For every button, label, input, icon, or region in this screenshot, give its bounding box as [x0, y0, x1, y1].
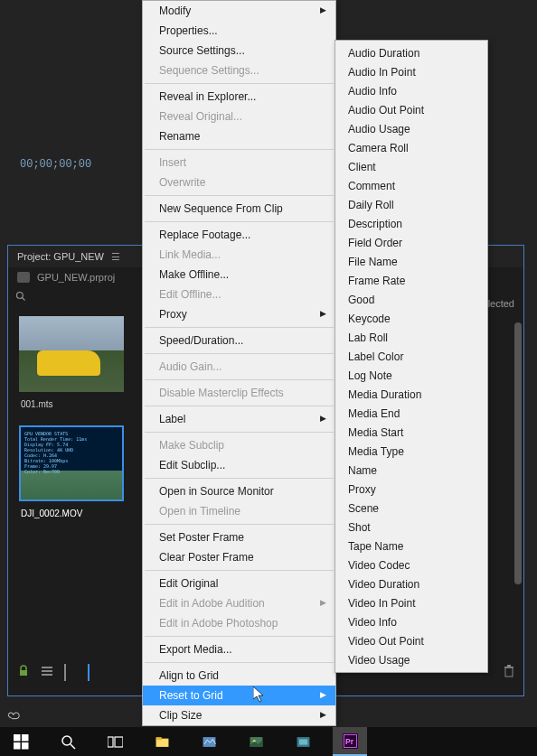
menu-item[interactable]: Speed/Duration... [143, 331, 335, 350]
menu-item[interactable]: Properties... [143, 21, 335, 41]
app-icon[interactable] [239, 727, 273, 756]
submenu-item[interactable]: Camera Roll [335, 138, 487, 157]
submenu-arrow-icon: ▶ [320, 710, 326, 719]
submenu-item[interactable]: Frame Rate [335, 271, 487, 290]
clip-thumbnail-image: GPU VENDOR STATSTotal Render Time: 11msD… [19, 425, 124, 501]
menu-item[interactable]: Edit Original [143, 574, 335, 593]
submenu-item[interactable]: Audio Out Point [335, 100, 487, 119]
submenu-item[interactable]: Comment [335, 176, 487, 195]
submenu-item[interactable]: Audio In Point [335, 62, 487, 81]
submenu-item[interactable]: Media Type [335, 442, 487, 461]
menu-item[interactable]: Proxy▶ [143, 304, 335, 324]
submenu-arrow-icon: ▶ [320, 690, 326, 699]
creative-cloud-icon[interactable] [7, 709, 22, 723]
icon-view-icon[interactable] [64, 665, 77, 677]
menu-item[interactable]: Rename [143, 126, 335, 146]
svg-rect-3 [42, 667, 52, 668]
submenu-item[interactable]: Client [335, 157, 487, 176]
menu-item: Sequence Settings... [143, 61, 335, 80]
menu-item: Audio Gain... [143, 357, 335, 377]
app-icon[interactable] [286, 727, 320, 756]
submenu-item[interactable]: Description [335, 214, 487, 233]
menu-item[interactable]: Reset to Grid▶ [143, 686, 335, 705]
svg-text:Pr: Pr [345, 737, 354, 746]
submenu-item[interactable]: Video Usage [335, 650, 487, 669]
menu-item[interactable]: Modify▶ [143, 1, 335, 21]
submenu-item[interactable]: Name [335, 461, 487, 480]
panel-menu-icon[interactable]: ☰ [111, 251, 120, 263]
submenu-item[interactable]: Audio Duration [335, 43, 487, 62]
submenu-item[interactable]: Tape Name [335, 537, 487, 555]
task-view-button[interactable] [98, 727, 132, 756]
menu-separator [145, 478, 334, 479]
submenu-item[interactable]: Proxy [335, 480, 487, 499]
submenu-item[interactable]: Label Color [335, 347, 487, 366]
submenu-item[interactable]: Keycode [335, 309, 487, 328]
svg-rect-12 [22, 742, 29, 750]
menu-separator [145, 195, 334, 196]
submenu-item[interactable]: Lab Roll [335, 328, 487, 347]
submenu-item[interactable]: Video Duration [335, 574, 487, 593]
submenu-item[interactable]: Video Out Point [335, 631, 487, 650]
menu-item[interactable]: Export Media... [143, 639, 335, 659]
submenu-item[interactable]: Media Start [335, 423, 487, 442]
freeform-view-icon[interactable] [88, 665, 100, 677]
svg-rect-23 [298, 739, 306, 744]
menu-item[interactable]: Source Settings... [143, 41, 335, 61]
file-explorer-icon[interactable] [145, 727, 179, 756]
svg-rect-18 [155, 737, 161, 740]
menu-item[interactable]: Edit Subclip... [143, 455, 335, 475]
submenu-item[interactable]: Media End [335, 404, 487, 423]
context-submenu: Audio DurationAudio In PointAudio InfoAu… [334, 40, 488, 673]
submenu-item[interactable]: Shot [335, 518, 487, 537]
menu-item: Insert [143, 153, 335, 173]
clip-label: DJI_0002.MOV [19, 507, 124, 520]
svg-rect-8 [507, 665, 511, 667]
menu-item[interactable]: Align to Grid [143, 666, 335, 686]
menu-item[interactable]: Open in Source Monitor [143, 481, 335, 501]
submenu-item[interactable]: Video In Point [335, 593, 487, 612]
context-menu: Modify▶Properties...Source Settings...Se… [142, 0, 336, 726]
list-view-icon[interactable] [41, 665, 53, 677]
start-button[interactable] [4, 727, 38, 756]
lock-icon[interactable] [17, 665, 30, 677]
menu-item[interactable]: Clear Poster Frame [143, 547, 335, 567]
svg-rect-2 [20, 670, 27, 676]
menu-item: Disable Masterclip Effects [143, 383, 335, 403]
svg-rect-7 [504, 667, 513, 668]
app-icon[interactable] [192, 727, 226, 756]
submenu-arrow-icon: ▶ [320, 5, 326, 14]
submenu-item[interactable]: Good [335, 290, 487, 309]
trash-icon[interactable] [504, 665, 514, 677]
menu-item[interactable]: Clip Size▶ [143, 705, 335, 725]
menu-item[interactable]: Make Offline... [143, 265, 335, 285]
clip-thumb[interactable]: 001.mts [19, 316, 124, 411]
menu-item[interactable]: New Sequence From Clip [143, 199, 335, 219]
menu-item[interactable]: Reveal in Explorer... [143, 87, 335, 107]
submenu-item[interactable]: File Name [335, 252, 487, 271]
project-file-icon [17, 272, 30, 283]
menu-item[interactable]: Label▶ [143, 409, 335, 429]
submenu-item[interactable]: Log Note [335, 366, 487, 385]
submenu-item[interactable]: Video Codec [335, 555, 487, 574]
submenu-item[interactable]: Daily Roll [335, 195, 487, 214]
submenu-item[interactable]: Scene [335, 499, 487, 518]
svg-rect-4 [42, 670, 52, 672]
project-file-name: GPU_NEW.prproj [37, 272, 115, 283]
submenu-item[interactable]: Field Order [335, 233, 487, 252]
clip-thumb[interactable]: GPU VENDOR STATSTotal Render Time: 11msD… [19, 425, 124, 520]
scrollbar[interactable] [514, 322, 522, 584]
submenu-item[interactable]: Video Info [335, 612, 487, 631]
submenu-item[interactable]: Media Duration [335, 385, 487, 404]
submenu-item[interactable]: Audio Info [335, 81, 487, 100]
menu-item[interactable]: Replace Footage... [143, 225, 335, 245]
search-button[interactable] [51, 727, 85, 756]
submenu-item[interactable]: Audio Usage [335, 119, 487, 138]
menu-item[interactable]: Set Poster Frame [143, 527, 335, 547]
menu-separator [145, 149, 334, 150]
timecode-display: 00;00;00;00 [20, 158, 91, 171]
menu-item: Edit in Adobe Photoshop [143, 613, 335, 633]
menu-item: Reveal Original... [143, 107, 335, 126]
premiere-pro-icon[interactable]: Pr [333, 727, 367, 756]
menu-separator [145, 379, 334, 380]
